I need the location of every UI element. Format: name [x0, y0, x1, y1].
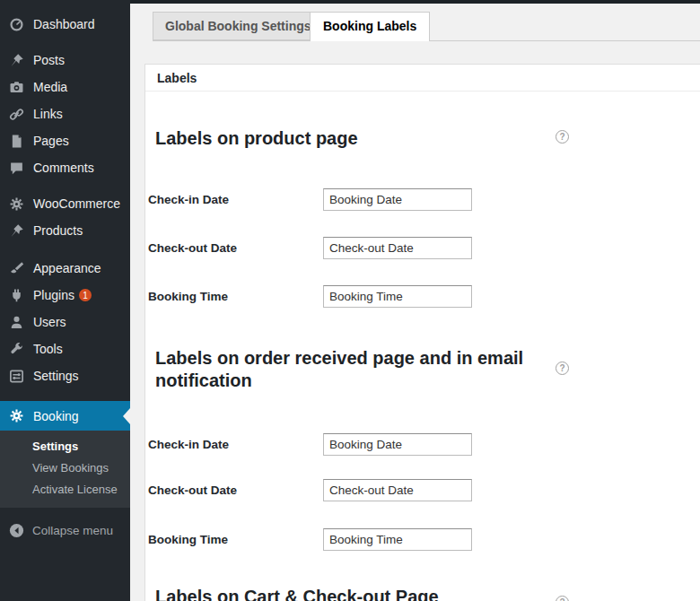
field-label-checkout: Check-out Date [148, 237, 319, 259]
booking-time-label-input[interactable] [323, 285, 472, 308]
section-title-cart-checkout: Labels on Cart & Check-out Page [155, 586, 555, 601]
brush-icon [8, 260, 25, 277]
sidebar-item-plugins[interactable]: Plugins 1 [0, 282, 130, 309]
sidebar-item-label: Plugins [33, 288, 74, 302]
plug-icon [8, 287, 25, 304]
sidebar-item-users[interactable]: Users [0, 309, 130, 335]
sidebar-item-tools[interactable]: Tools [0, 335, 130, 362]
help-icon[interactable]: ? [556, 361, 569, 375]
checkout-label-input-2[interactable] [323, 479, 472, 501]
sidebar-item-booking[interactable]: Booking [0, 401, 130, 431]
sidebar-item-links[interactable]: Links [0, 100, 130, 127]
checkout-label-input[interactable] [323, 237, 472, 259]
collapse-menu-label: Collapse menu [32, 524, 113, 537]
sidebar-item-pages[interactable]: Pages [0, 127, 130, 154]
sidebar-item-label: Media [33, 80, 67, 94]
help-icon[interactable]: ? [556, 596, 569, 601]
help-icon[interactable]: ? [556, 130, 569, 144]
labels-panel: Labels Labels on product page ? Check-in… [144, 64, 700, 601]
sidebar-item-label: Products [33, 223, 83, 238]
collapse-arrow-icon [8, 522, 25, 539]
sidebar-item-label: Booking [33, 409, 79, 423]
wrench-icon [8, 341, 25, 358]
sidebar-item-comments[interactable]: Comments [0, 154, 130, 181]
tab-global-booking-settings[interactable]: Global Booking Settings [153, 12, 324, 40]
field-label-booking-time: Booking Time [148, 528, 319, 551]
submenu-item-view-bookings[interactable]: View Bookings [0, 457, 130, 479]
sidebar-item-appearance[interactable]: Appearance [0, 255, 130, 282]
sidebar-item-label: Users [33, 315, 66, 329]
checkin-label-input-2[interactable] [323, 433, 472, 456]
section-title-order-received: Labels on order received page and in ema… [155, 347, 555, 392]
sidebar-item-settings[interactable]: Settings [0, 362, 130, 389]
section-title-product-page: Labels on product page [155, 127, 555, 150]
admin-sidebar: Dashboard Posts Media Links Pages Commen… [0, 0, 130, 601]
sidebar-item-dashboard[interactable]: Dashboard [0, 11, 130, 38]
gear-icon [8, 407, 25, 424]
sidebar-item-label: Posts [33, 53, 65, 67]
person-icon [8, 314, 25, 331]
chain-icon [8, 106, 25, 123]
sidebar-item-media[interactable]: Media [0, 74, 130, 100]
field-label-checkin: Check-in Date [148, 433, 319, 456]
plugins-update-badge: 1 [79, 289, 92, 301]
sidebar-item-products[interactable]: Products [0, 217, 130, 244]
booking-time-label-input-2[interactable] [323, 528, 472, 551]
sidebar-item-label: Settings [33, 369, 79, 383]
field-label-checkout: Check-out Date [148, 479, 319, 501]
collapse-menu-button[interactable]: Collapse menu [0, 518, 130, 542]
camera-icon [8, 79, 25, 96]
field-label-checkin: Check-in Date [148, 188, 319, 211]
submenu-item-settings[interactable]: Settings [0, 436, 130, 457]
document-icon [8, 133, 25, 150]
sliders-icon [8, 368, 25, 385]
tab-booking-labels[interactable]: Booking Labels [310, 12, 430, 41]
checkin-label-input[interactable] [323, 188, 472, 211]
speech-bubble-icon [8, 160, 25, 177]
sidebar-item-posts[interactable]: Posts [0, 47, 130, 74]
sidebar-item-woocommerce[interactable]: WooCommerce [0, 190, 130, 217]
panel-title: Labels [145, 65, 700, 91]
pin-icon [8, 52, 25, 69]
dashboard-icon [8, 16, 25, 33]
pin-icon [8, 222, 25, 240]
booking-submenu: Settings View Bookings Activate License [0, 431, 130, 508]
sidebar-item-label: Links [33, 107, 63, 121]
gear-icon [8, 196, 25, 213]
sidebar-item-label: Tools [33, 342, 63, 356]
field-label-booking-time: Booking Time [148, 285, 319, 308]
sidebar-item-label: Comments [33, 161, 94, 175]
sidebar-item-label: Appearance [33, 261, 101, 275]
sidebar-item-label: WooCommerce [33, 196, 120, 211]
main-content: Global Booking Settings Booking Labels L… [130, 0, 700, 601]
sidebar-item-label: Pages [33, 134, 69, 148]
submenu-item-activate-license[interactable]: Activate License [0, 479, 130, 501]
active-item-arrow [123, 408, 130, 424]
sidebar-item-label: Dashboard [33, 17, 95, 31]
